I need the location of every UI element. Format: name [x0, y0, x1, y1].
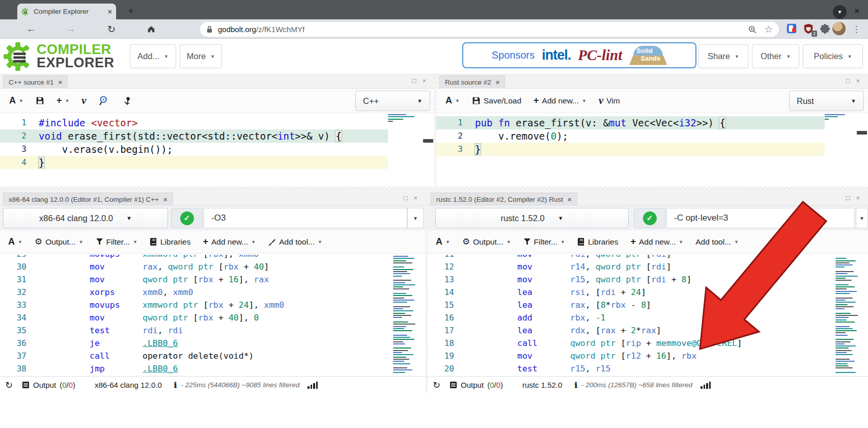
add-new-button[interactable]: +Add new...▼ — [203, 236, 256, 247]
browser-profile-avatar[interactable] — [832, 22, 846, 35]
asm-line-19[interactable]: 19movqword ptr [r12 + 16], rbx — [428, 350, 835, 362]
add-menu-button[interactable]: Add...▼ — [130, 44, 176, 68]
filter-menu-button[interactable]: Filter...▼ — [523, 237, 565, 247]
extension-privacy-icon[interactable] — [786, 22, 798, 35]
close-icon[interactable]: × — [59, 78, 63, 86]
minimap[interactable] — [825, 114, 855, 121]
add-new-button[interactable]: +Add new...▼ — [534, 95, 586, 106]
code-area[interactable]: 29movupsxmmword ptr [rbx], xmm030movrax,… — [0, 255, 393, 375]
maximize-icon[interactable]: □ — [846, 194, 850, 202]
maximize-icon[interactable]: □ — [404, 194, 408, 202]
font-size-button[interactable]: A▼ — [9, 95, 23, 106]
source-line-2[interactable]: 2 v.remove(0); — [436, 129, 825, 143]
pane-header[interactable]: x86-64 clang 12.0.0 (Editor #1, Compiler… — [0, 192, 426, 206]
add-pane-button[interactable]: +▼ — [57, 95, 69, 106]
minimap[interactable] — [393, 256, 418, 374]
asm-line-12[interactable]: 12movr14, qword ptr [rdi] — [428, 260, 835, 273]
minimap[interactable] — [835, 256, 861, 374]
output-menu-button[interactable]: ⚙Output...▼ — [462, 236, 511, 247]
font-size-button[interactable]: A▼ — [436, 236, 450, 247]
source-line-1[interactable]: 1#include <vector> — [0, 116, 388, 129]
asm-line-33[interactable]: 33movupsxmmword ptr [rbx + 24], xmm0 — [0, 299, 393, 311]
pane-header[interactable]: C++ source #1 × □ × — [0, 74, 434, 89]
asm-line-17[interactable]: 17leardx, [rax + 2*rax] — [428, 324, 835, 337]
asm-line-30[interactable]: 30movrax, qword ptr [rbx + 40] — [0, 260, 393, 273]
asm-line-31[interactable]: 31movqword ptr [rbx + 16], rax — [0, 273, 393, 286]
asm-line-14[interactable]: 14learsi, [rdi + 24] — [428, 286, 835, 299]
clang-asm-editor[interactable]: 29movupsxmmword ptr [rbx], xmm030movrax,… — [0, 255, 426, 376]
asm-line-38[interactable]: 38jmp.LBB0_6 — [0, 362, 393, 375]
code-area[interactable]: 1pub fn erase_first(v: &mut Vec<Vec<i32>… — [436, 113, 825, 156]
libraries-button[interactable]: Libraries — [150, 237, 190, 247]
zoom-page-icon[interactable] — [748, 25, 757, 34]
close-icon[interactable]: × — [422, 77, 426, 85]
tab-cpp-source[interactable]: C++ source #1 × — [3, 75, 68, 89]
output-menu-button[interactable]: ⚙Output...▼ — [35, 236, 83, 247]
asm-line-29[interactable]: 29movupsxmmword ptr [rbx], xmm0 — [0, 255, 393, 260]
close-icon[interactable]: × — [568, 196, 572, 203]
asm-line-37[interactable]: 37calloperator delete(void*) — [0, 350, 393, 362]
tab-close-icon[interactable]: × — [108, 8, 112, 16]
asm-line-35[interactable]: 35testrdi, rdi — [0, 324, 393, 337]
font-size-button[interactable]: A▼ — [8, 236, 22, 247]
rust-source-editor[interactable]: 1pub fn erase_first(v: &mut Vec<Vec<i32>… — [436, 113, 868, 186]
code-area[interactable]: 1#include <vector>2void erase_first(std:… — [0, 113, 388, 169]
minimap[interactable] — [388, 114, 422, 123]
home-button[interactable] — [145, 22, 158, 36]
forward-button[interactable]: → — [64, 22, 77, 36]
rustc-asm-editor[interactable]: 11movrdi, qword ptr [rdi]12movr14, qword… — [428, 255, 868, 376]
recompile-icon[interactable]: ↻ — [433, 380, 440, 391]
back-button[interactable]: ← — [24, 22, 38, 36]
info-icon[interactable]: ℹ — [574, 381, 577, 390]
close-icon[interactable]: × — [856, 194, 860, 202]
asm-line-11[interactable]: 11movrdi, qword ptr [rdi] — [428, 255, 835, 260]
sponsors-banner[interactable]: Sponsors intel. PC-lint SolidSands — [462, 42, 696, 68]
close-icon[interactable]: × — [856, 77, 860, 85]
pane-header[interactable]: Rust source #2 × □ × — [436, 74, 868, 89]
reload-button[interactable]: ↻ — [105, 22, 118, 36]
code-area[interactable]: 11movrdi, qword ptr [rdi]12movr14, qword… — [428, 255, 835, 375]
close-icon[interactable]: × — [163, 196, 167, 203]
maximize-icon[interactable]: □ — [846, 77, 850, 85]
font-size-button[interactable]: A▼ — [445, 95, 460, 106]
cpp-source-editor[interactable]: 1#include <vector>2void erase_first(std:… — [0, 113, 434, 186]
add-tool-button[interactable]: Add tool...▼ — [695, 237, 739, 247]
add-tool-button[interactable]: Add tool...▼ — [268, 237, 322, 247]
source-line-3[interactable]: 3} — [436, 143, 825, 156]
more-menu-button[interactable]: More▼ — [180, 44, 222, 68]
asm-line-16[interactable]: 16addrbx, -1 — [428, 311, 835, 324]
source-line-3[interactable]: 3 v.erase(v.begin()); — [0, 143, 388, 156]
browser-tab[interactable]: Compiler Explorer × — [17, 4, 116, 19]
tab-clang-output[interactable]: x86-64 clang 12.0.0 (Editor #1, Compiler… — [3, 193, 173, 206]
compiler-select[interactable]: x86-64 clang 12.0.0 ▼ — [3, 208, 168, 228]
share-menu-button[interactable]: Share▼ — [698, 44, 748, 68]
vim-toggle-button[interactable]: vVim — [599, 94, 620, 107]
tab-rust-source[interactable]: Rust source #2 × — [439, 75, 505, 89]
output-log-button[interactable]: Output (0/0) — [22, 381, 75, 389]
asm-line-20[interactable]: 20testr15, r15 — [428, 362, 835, 375]
browser-menu-icon[interactable]: ⋮ — [851, 22, 861, 36]
language-select[interactable]: Rust ▼ — [789, 91, 864, 111]
extension-ublock-icon[interactable]: 2 — [802, 22, 815, 35]
asm-line-13[interactable]: 13movr15, qword ptr [rdi + 8] — [428, 273, 835, 286]
compiler-select[interactable]: rustc 1.52.0 ▼ — [435, 208, 629, 228]
libraries-button[interactable]: Libraries — [577, 237, 618, 247]
tab-rustc-output[interactable]: rustc 1.52.0 (Editor #2, Compiler #2) Ru… — [431, 193, 577, 206]
recompile-icon[interactable]: ↻ — [5, 380, 13, 391]
filter-menu-button[interactable]: Filter...▼ — [96, 237, 137, 247]
compiler-explorer-logo[interactable] — [3, 41, 35, 72]
new-tab-button[interactable]: + — [124, 5, 137, 18]
asm-line-15[interactable]: 15learax, [8*rbx - 8] — [428, 299, 835, 311]
quick-bench-button[interactable] — [122, 95, 132, 106]
asm-line-36[interactable]: 36je.LBB0_6 — [0, 337, 393, 350]
save-load-button[interactable]: Save/Load — [472, 96, 521, 105]
source-line-1[interactable]: 1pub fn erase_first(v: &mut Vec<Vec<i32>… — [436, 116, 825, 129]
save-button[interactable] — [36, 96, 44, 105]
source-line-4[interactable]: 4} — [0, 156, 388, 169]
language-select[interactable]: C++ ▼ — [355, 91, 430, 111]
asm-line-34[interactable]: 34movqword ptr [rbx + 40], 0 — [0, 311, 393, 324]
horizontal-splitter[interactable] — [0, 186, 868, 192]
options-history-toggle[interactable]: ▼ — [856, 208, 868, 228]
policies-menu-button[interactable]: Policies▼ — [803, 44, 863, 68]
close-icon[interactable]: × — [413, 194, 417, 202]
